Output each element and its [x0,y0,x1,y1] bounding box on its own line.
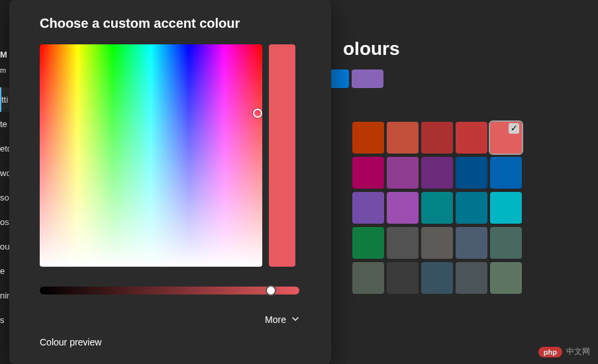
swatch-4-3[interactable] [456,227,487,259]
value-slider-thumb[interactable] [266,285,276,296]
swatch-1-1[interactable] [387,122,419,154]
swatch-1-3[interactable] [456,122,487,154]
preview-bottom [269,156,295,267]
watermark-badge: php [538,347,562,357]
color-spectrum[interactable] [40,44,262,267]
swatch-3-4[interactable] [490,192,522,224]
swatch-5-0[interactable] [352,262,384,294]
swatch-3-0[interactable] [352,192,384,224]
chevron-down-icon [291,314,299,325]
swatch-2-0[interactable] [352,157,384,189]
dialog-title: Choose a custom accent colour [40,16,301,31]
swatch-5-3[interactable] [456,262,487,294]
swatch-3-1[interactable] [387,192,419,224]
color-picker-dialog: Choose a custom accent colour More Colou… [9,0,331,364]
swatch-2-3[interactable] [456,157,487,189]
color-row-3 [352,192,522,224]
swatch-5-4[interactable] [490,262,522,294]
swatch-1-0[interactable] [352,122,384,154]
swatch-3-2[interactable] [421,192,453,224]
swatch-1-2[interactable] [421,122,453,154]
swatch-3-3[interactable] [456,192,487,224]
watermark-text: 中文网 [566,346,590,357]
swatch-4-1[interactable] [387,227,419,259]
recent-swatch-1[interactable] [352,69,383,88]
colour-preview-label: Colour preview [40,337,301,347]
swatch-2-4[interactable] [490,157,522,189]
swatch-2-2[interactable] [421,157,453,189]
watermark: php 中文网 [538,346,590,357]
swatch-5-2[interactable] [421,262,453,294]
swatch-2-1[interactable] [387,157,419,189]
swatch-5-1[interactable] [387,262,419,294]
value-slider[interactable] [40,287,299,295]
color-row-2 [352,157,522,189]
page-title: olours [343,38,400,60]
swatch-4-0[interactable] [352,227,384,259]
more-label: More [265,314,286,325]
swatch-4-4[interactable] [490,227,522,259]
color-preview-bar [269,44,295,267]
color-row-1 [352,122,522,154]
swatch-1-4[interactable] [490,122,522,154]
color-row-5 [352,262,522,294]
preview-top [269,44,295,156]
color-row-4 [352,227,522,259]
spectrum-cursor[interactable] [253,109,262,118]
more-toggle[interactable]: More [40,314,299,325]
swatch-4-2[interactable] [421,227,453,259]
